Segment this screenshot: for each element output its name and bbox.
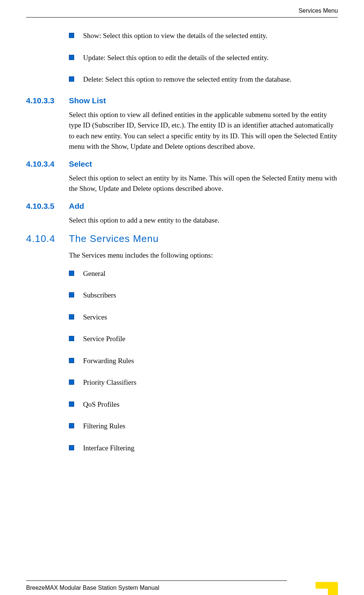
bullet-text: Update: Select this option to edit the d…: [83, 53, 269, 63]
mark-part: [316, 582, 338, 589]
list-item: Show: Select this option to view the det…: [69, 31, 338, 41]
bullet-text: QoS Profiles: [83, 399, 120, 410]
section-number: 4.10.3.3: [26, 96, 69, 105]
square-bullet-icon: [69, 55, 74, 60]
section-body: Select this option to view all defined e…: [69, 110, 338, 152]
corner-mark-icon: [316, 582, 338, 595]
section-title: Add: [69, 202, 84, 211]
section-title: Show List: [69, 96, 106, 105]
list-item: Subscribers: [69, 290, 338, 301]
section-heading: 4.10.3.3 Show List: [26, 96, 338, 105]
list-item: Update: Select this option to edit the d…: [69, 53, 338, 63]
section-title: Select: [69, 160, 92, 169]
bullet-text: Forwarding Rules: [83, 356, 134, 366]
section-heading: 4.10.3.4 Select: [26, 160, 338, 169]
page-header: Services Menu: [26, 7, 338, 18]
footer-divider: [26, 580, 287, 581]
page-footer: BreezeMAX Modular Base Station System Ma…: [26, 580, 338, 591]
bullet-list-top: Show: Select this option to view the det…: [69, 31, 338, 85]
list-item: Services: [69, 312, 338, 323]
square-bullet-icon: [69, 358, 74, 363]
square-bullet-icon: [69, 271, 74, 276]
main-section-number: 4.10.4: [26, 233, 69, 245]
square-bullet-icon: [69, 76, 74, 82]
list-item: Delete: Select this option to remove the…: [69, 74, 338, 85]
header-title: Services Menu: [298, 7, 338, 14]
main-section-body: The Services menu includes the following…: [69, 250, 338, 261]
list-item: Forwarding Rules: [69, 356, 338, 366]
section-body: Select this option to select an entity b…: [69, 173, 338, 194]
list-item: QoS Profiles: [69, 399, 338, 410]
bullet-text: General: [83, 268, 105, 279]
list-item: Interface Filtering: [69, 443, 338, 454]
square-bullet-icon: [69, 292, 74, 298]
main-section-heading: 4.10.4 The Services Menu: [26, 233, 338, 245]
square-bullet-icon: [69, 445, 74, 450]
bullet-text: Show: Select this option to view the det…: [83, 31, 268, 41]
bullet-text: Service Profile: [83, 334, 125, 344]
mark-part: [328, 589, 338, 595]
square-bullet-icon: [69, 314, 74, 319]
manual-name: BreezeMAX Modular Base Station System Ma…: [26, 585, 159, 591]
list-item: Filtering Rules: [69, 421, 338, 432]
square-bullet-icon: [69, 402, 74, 407]
document-page: Services Menu Show: Select this option t…: [0, 0, 364, 595]
section-number: 4.10.3.4: [26, 160, 69, 169]
bullet-text: Services: [83, 312, 107, 323]
main-section-title: The Services Menu: [69, 233, 159, 245]
square-bullet-icon: [69, 33, 74, 38]
footer-content: BreezeMAX Modular Base Station System Ma…: [26, 585, 338, 591]
list-item: Priority Classifiers: [69, 377, 338, 388]
list-item: General: [69, 268, 338, 279]
section-heading: 4.10.3.5 Add: [26, 202, 338, 211]
bullet-list-menu: General Subscribers Services Service Pro…: [69, 268, 338, 454]
bullet-text: Interface Filtering: [83, 443, 134, 454]
bullet-text: Priority Classifiers: [83, 377, 136, 388]
list-item: Service Profile: [69, 334, 338, 344]
section-body: Select this option to add a new entity t…: [69, 215, 338, 226]
square-bullet-icon: [69, 380, 74, 385]
bullet-text: Filtering Rules: [83, 421, 125, 432]
bullet-text: Delete: Select this option to remove the…: [83, 74, 291, 85]
square-bullet-icon: [69, 336, 74, 341]
section-number: 4.10.3.5: [26, 202, 69, 211]
bullet-text: Subscribers: [83, 290, 116, 301]
square-bullet-icon: [69, 423, 74, 428]
